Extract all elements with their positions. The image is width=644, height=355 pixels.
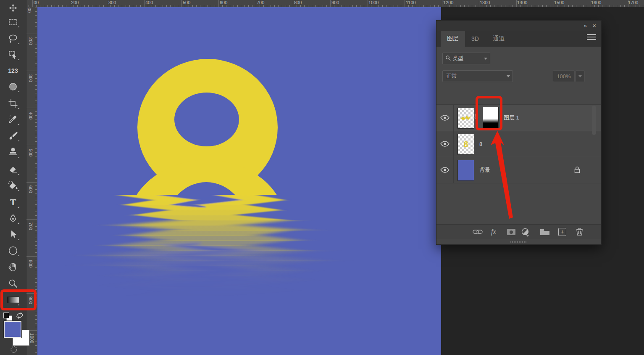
layer-thumbnail[interactable] [457,160,474,181]
close-panel-button[interactable]: × [592,22,596,29]
blend-mode-select[interactable]: 正常 [442,70,513,82]
ruler-h-label: 300 [108,0,116,5]
eyedropper-tool[interactable] [6,113,20,126]
layer-name[interactable]: 图层 1 [504,105,519,131]
layer-thumbnail[interactable]: 8 [457,134,474,155]
chevron-down-icon [484,58,487,60]
document-canvas[interactable] [37,7,441,355]
crop-tool[interactable] [6,97,20,110]
ruler-h-label: 1000 [368,0,379,5]
layer-name[interactable]: 8 [479,131,482,157]
ruler-h-label: 600 [220,0,227,5]
ruler-v-label: 1000 [29,333,34,343]
panel-menu-icon[interactable] [587,34,596,41]
ruler-v-label: 800 [28,260,33,268]
new-group-icon[interactable] [540,228,550,237]
layer-visibility-eye-icon[interactable] [436,157,454,183]
panel-resize-grip[interactable] [436,239,601,244]
panel-scrollbar[interactable] [592,106,596,135]
default-colors-icon[interactable] [3,313,9,318]
ruler-v-label: 700 [28,223,33,230]
layer-row[interactable]: 背景 [436,157,601,183]
pen-tool[interactable] [6,212,20,225]
hand-tool[interactable] [6,260,20,274]
lasso-tool[interactable] [6,32,20,45]
ruler-v-label: 200 [28,37,33,45]
gradient-tool-highlight-box [0,289,37,310]
search-icon [445,55,451,62]
ruler-h-label: 1600 [591,0,601,5]
background-lock-icon[interactable] [574,166,580,175]
ruler-h-label: 1700 [628,0,638,5]
layer-style-icon[interactable]: fx [491,228,496,236]
panel-titlebar: « × [436,21,601,31]
new-layer-icon[interactable]: + [558,228,566,236]
delete-layer-icon[interactable] [576,228,583,237]
adjustment-layer-icon[interactable] [521,228,529,237]
ruler-v-label: 600 [28,185,33,193]
ruler-h-label: 700 [257,0,264,5]
layers-panel: « × 图层3D通道 类型 T 正常 不透明度: 100% 锁定: 填充: 10… [436,20,602,245]
move-tool[interactable] [6,1,20,15]
mask-thumbnail-highlight-box [476,96,502,130]
layer-name[interactable]: 背景 [479,157,490,183]
layer-row[interactable]: 8图层 1 [436,105,601,131]
clone-stamp-tool[interactable] [6,146,20,159]
collapse-panel-button[interactable]: « [584,22,587,29]
link-layers-icon[interactable] [473,229,483,236]
ruler-h-label: 200 [71,0,79,5]
quick-mask-icon[interactable] [8,345,19,355]
foreground-color-swatch[interactable] [4,321,21,338]
horizontal-ruler: 0020030040050060070080090010001100120013… [26,0,644,7]
ruler-h-label: 800 [294,0,302,5]
ruler-h-label: 900 [331,0,339,5]
opacity-value[interactable]: 100% [553,70,575,82]
ruler-h-label: 1300 [480,0,490,5]
layer-visibility-eye-icon[interactable] [436,131,454,157]
add-mask-icon[interactable] [507,229,515,235]
path-selection-tool[interactable] [6,228,20,241]
layer-filter-select[interactable]: 类型 [442,53,490,64]
ellipse-tool[interactable] [6,244,20,257]
chevron-down-icon [507,75,510,77]
marquee-tool[interactable] [6,15,20,29]
ruler-h-label: 00 [34,0,39,5]
pattern-stamp-tool[interactable] [6,80,20,93]
object-selection-tool[interactable] [6,48,20,61]
opacity-dropdown-button[interactable] [576,70,585,82]
ruler-v-label: 00 [27,8,32,13]
ruler-h-label: 1100 [406,0,416,5]
eraser-tool[interactable] [6,163,20,176]
ruler-h-label: 1200 [443,0,453,5]
ruler-h-label: 1400 [517,0,527,5]
swap-colors-icon[interactable] [15,311,24,321]
ruler-v-label: 400 [28,112,33,119]
tab-channels[interactable]: 通道 [486,31,511,47]
layer-filter-value: 类型 [452,55,463,62]
panel-bottom-bar: fx + [436,224,601,240]
ruler-v-label: 500 [28,149,33,156]
paint-bucket-tool[interactable] [6,179,20,192]
layer-visibility-eye-icon[interactable] [436,105,454,131]
brush-tool[interactable] [6,129,20,143]
tab-3d[interactable]: 3D [467,31,484,47]
blend-mode-value: 正常 [446,72,457,80]
ruler-h-label: 500 [183,0,190,5]
ruler-v-label: 300 [28,74,33,82]
tab-layers[interactable]: 图层 [441,31,465,47]
ruler-h-label: 400 [145,0,153,5]
count-tool[interactable]: 123 [6,64,20,77]
type-tool[interactable]: T [6,196,20,209]
layer-row[interactable]: 88 [436,131,601,157]
ruler-h-label: 1500 [554,0,564,5]
zoom-tool[interactable] [6,277,20,290]
panel-tab-strip: 图层3D通道 [436,31,601,47]
layer-thumbnail[interactable] [457,108,474,129]
